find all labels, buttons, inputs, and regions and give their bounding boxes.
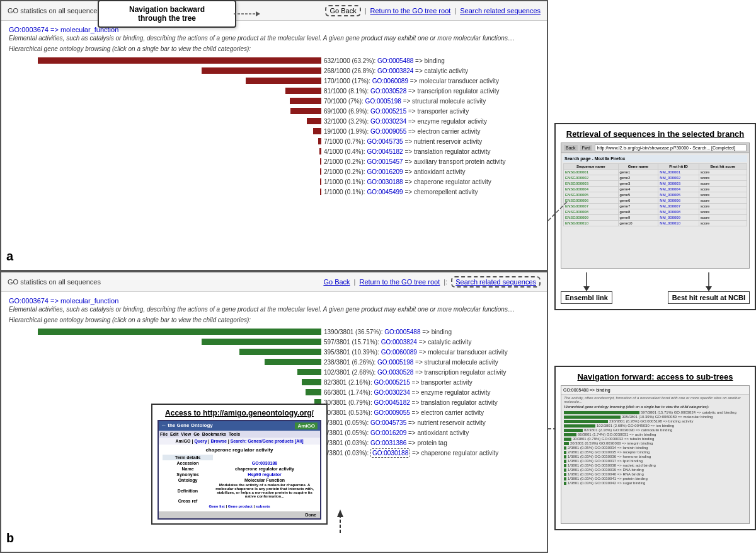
go-term-a[interactable]: GO:0003674 => molecular_function	[9, 26, 539, 33]
go-desc-a: Elemental activities, such as catalysis …	[9, 35, 539, 42]
bar-row-a-7[interactable]: 19/1000 (1.9%): GO:0009055 => electron c…	[9, 127, 539, 136]
bar-label-a-5: 69/1000 (6.9%): GO:0005215 => transporte…	[324, 108, 469, 115]
bar-row-a-8[interactable]: 7/1000 (0.7%): GO:0045735 => nutrient re…	[9, 137, 539, 146]
bar-row-b-4[interactable]: 102/3801 (2.68%): GO:0030528 => transcri…	[9, 368, 539, 376]
go-back-link-b[interactable]: Go Back	[323, 278, 350, 286]
amigo-callout-title: Access to http://amigo.geneontology.org/	[158, 409, 321, 417]
bar-row-a-11[interactable]: 2/1000 (0.2%): GO:0016209 => antioxidant…	[9, 167, 539, 176]
nav-forward-panel: Navigation forward: access to sub-trees …	[554, 366, 756, 530]
retrieval-table: Sequence nameGene nameFirst hit IDBest h…	[563, 163, 747, 226]
bar-label-b-1: 597/3801 (15.71%): GO:0003824 => catalyt…	[324, 339, 472, 346]
bars-container-a: 632/1000 (63.2%): GO:0005488 => binding …	[9, 56, 539, 196]
bar-a-9	[319, 148, 321, 154]
bar-a-12	[320, 178, 321, 185]
bar-row-a-13[interactable]: 1/1000 (0.1%): GO:0045499 => chemorepell…	[9, 187, 539, 196]
amigo-term-title: chaperone regulator activity	[163, 447, 316, 453]
bar-label-b-0: 1390/3801 (36.57%): GO:0005488 => bindin…	[324, 329, 452, 335]
bar-area-a-9	[9, 148, 324, 154]
panel-a-header: GO statistics on all sequences Go Back |…	[1, 1, 547, 21]
bar-row-a-0[interactable]: 632/1000 (63.2%): GO:0005488 => binding	[9, 56, 539, 65]
bar-a-2	[246, 78, 321, 84]
bar-area-a-10	[9, 158, 324, 165]
bar-row-b-0[interactable]: 1390/3801 (36.57%): GO:0005488 => bindin…	[9, 327, 539, 336]
bar-row-a-1[interactable]: 268/1000 (26.8%): GO:0003824 => catalyti…	[9, 66, 539, 75]
return-root-link-a[interactable]: Return to the GO tree root	[370, 7, 451, 15]
bar-label-a-11: 2/1000 (0.2%): GO:0016209 => antioxidant…	[324, 168, 466, 175]
bar-label-a-2: 170/1000 (17%): GO:0060089 => molecular …	[324, 78, 499, 84]
ncbi-arrow	[699, 272, 718, 291]
bar-a-8	[318, 138, 321, 144]
bar-area-a-3	[9, 88, 324, 94]
bar-label-a-4: 70/1000 (7%): GO:0005198 => structural m…	[324, 98, 486, 105]
panel-b-title: GO statistics on all sequences	[8, 278, 101, 286]
bar-label-a-3: 81/1000 (8.1%): GO:0030528 => transcript…	[324, 88, 500, 95]
bar-label-b-4: 102/3801 (2.68%): GO:0030528 => transcri…	[324, 369, 507, 376]
bar-area-b-2	[9, 349, 324, 355]
panel-a-content: GO:0003674 => molecular_function Element…	[1, 21, 547, 202]
svg-marker-5	[706, 286, 712, 291]
go-back-btn-a[interactable]: Go Back	[325, 5, 360, 16]
amigo-toolbar-bar: FileEditViewGoBookmarksTools	[159, 431, 320, 438]
bar-label-b-2: 395/3801 (10.39%): GO:0060089 => molecul…	[324, 349, 508, 356]
retrieval-title: Retrieval of sequences in the selected b…	[561, 129, 750, 139]
bar-label-b-3: 238/3801 (6.26%): GO:0005198 => structur…	[324, 359, 498, 366]
svg-marker-1	[256, 11, 260, 16]
bar-row-b-3[interactable]: 238/3801 (6.26%): GO:0005198 => structur…	[9, 358, 539, 366]
bar-b-1	[202, 339, 321, 345]
bar-b-0	[38, 329, 321, 335]
bar-area-a-2	[9, 78, 324, 84]
amigo-access-callout: Access to http://amigo.geneontology.org/…	[151, 404, 328, 525]
bar-area-b-3	[9, 359, 324, 365]
ncbi-label: Best hit result at NCBI	[668, 291, 750, 304]
amigo-window: ← the Gene Ontology AmiGO FileEditViewGo…	[158, 420, 321, 520]
bar-label-b-6: 66/3801 (1.74%): GO:0030234 => enzyme re…	[324, 389, 491, 396]
panel-a-links: Go Back | Return to the GO tree root | S…	[325, 5, 541, 16]
bar-area-a-6	[9, 118, 324, 124]
bar-row-a-10[interactable]: 2/1000 (0.2%): GO:0015457 => auxiliary t…	[9, 157, 539, 166]
callout-nav-back-text: Navigation backwardthrough the tree	[129, 5, 205, 23]
bar-a-1	[202, 67, 321, 74]
bar-area-a-5	[9, 108, 324, 114]
go-term-b[interactable]: GO:0003674 => molecular_function	[9, 297, 539, 305]
browser-bar: Back Fwd http://www.l2.is.org/cgi-bin/sh…	[561, 143, 749, 153]
nav-forward-screenshot: GO:0005488 => binding The activity, ofte…	[561, 385, 750, 524]
bar-row-a-5[interactable]: 69/1000 (6.9%): GO:0005215 => transporte…	[9, 107, 539, 115]
return-root-link-b[interactable]: Return to the GO tree root	[359, 278, 440, 286]
bar-row-b-6[interactable]: 66/3801 (1.74%): GO:0030234 => enzyme re…	[9, 388, 539, 397]
bar-label-a-0: 632/1000 (63.2%): GO:0005488 => binding	[324, 57, 445, 64]
bar-row-b-1[interactable]: 597/3801 (15.71%): GO:0003824 => catalyt…	[9, 337, 539, 346]
bar-row-a-12[interactable]: 1/1000 (0.1%): GO:0030188 => chaperone r…	[9, 177, 539, 186]
amigo-body-content: chaperone regulator activity Term detail…	[159, 445, 320, 511]
bar-area-a-7	[9, 128, 324, 134]
bar-area-b-6	[9, 389, 324, 395]
bar-area-b-0	[9, 329, 324, 335]
bar-label-a-1: 268/1000 (26.8%): GO:0003824 => catalyti…	[324, 67, 468, 74]
bar-row-a-9[interactable]: 4/1000 (0.4%): GO:0045182 => translation…	[9, 147, 539, 156]
amigo-title-bar: ← the Gene Ontology AmiGO	[159, 421, 320, 431]
bar-label-b-7: 30/3801 (0.79%): GO:0045182 => translati…	[324, 399, 498, 406]
search-related-link-a[interactable]: Search related sequences	[460, 7, 541, 15]
bar-b-4	[297, 369, 321, 375]
bar-area-b-4	[9, 369, 324, 375]
bar-label-a-13: 1/1000 (0.1%): GO:0045499 => chemorepell…	[324, 189, 478, 195]
main-container: GO statistics on all sequences Go Back |…	[0, 0, 756, 553]
ensembl-label: Ensembl link	[561, 291, 612, 304]
bar-row-a-3[interactable]: 81/1000 (8.1%): GO:0030528 => transcript…	[9, 86, 539, 95]
hier-title-b: Hierarchical gene ontology browsing (cli…	[9, 317, 539, 323]
bar-row-b-5[interactable]: 82/3801 (2.16%): GO:0005215 => transport…	[9, 378, 539, 387]
panel-b-header: GO statistics on all sequences Go Back |…	[1, 272, 547, 292]
bar-label-b-11: 1/3801 (0.03%): GO:0031386 => protein ta…	[324, 439, 447, 446]
bar-row-b-2[interactable]: 395/3801 (10.39%): GO:0060089 => molecul…	[9, 347, 539, 356]
bar-row-a-2[interactable]: 170/1000 (17%): GO:0060089 => molecular …	[9, 76, 539, 85]
bar-a-5	[290, 108, 321, 114]
bar-b-2	[239, 349, 321, 355]
bar-row-a-6[interactable]: 32/1000 (3.2%): GO:0030234 => enzyme reg…	[9, 117, 539, 125]
retrieval-content: Search page - Mozilla Firefox Sequence n…	[561, 153, 749, 228]
bar-b-6	[306, 389, 321, 395]
bar-label-a-9: 4/1000 (0.4%): GO:0045182 => translation…	[324, 148, 491, 155]
search-related-link-b[interactable]: Search related sequences	[451, 276, 541, 288]
callout-nav-back: Navigation backwardthrough the tree	[98, 0, 236, 28]
bar-row-a-4[interactable]: 70/1000 (7%): GO:0005198 => structural m…	[9, 96, 539, 105]
bar-a-4	[290, 98, 321, 104]
bar-label-a-7: 19/1000 (1.9%): GO:0009055 => electron c…	[324, 128, 480, 135]
